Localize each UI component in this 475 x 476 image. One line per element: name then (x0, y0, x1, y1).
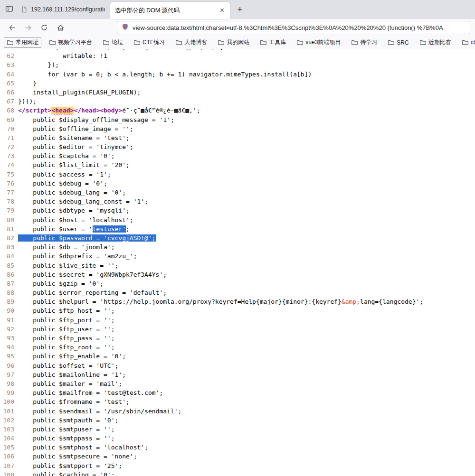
line-number: 75 (0, 170, 17, 179)
firefox-view-icon (5, 5, 13, 15)
code-line: 107 public $smtpport = '25'; (0, 461, 475, 470)
code-text: public $dbprefix = 'am2zu_'; (17, 252, 137, 261)
code-text: })(); (17, 97, 37, 106)
tab-dom-source[interactable]: 选中部分的 DOM 源代码 × (110, 2, 230, 19)
code-segment: public $smtpauth = '0'; (18, 417, 118, 424)
bookmark-item[interactable]: 近期比赛 (417, 37, 454, 48)
close-tab-icon[interactable]: × (219, 7, 225, 14)
code-segment: public $ftp_pass = ''; (18, 335, 115, 342)
code-line: 88 public $error_reporting = 'default'; (0, 288, 475, 297)
line-number: 91 (0, 316, 17, 325)
code-segment: public $gzip = '0'; (18, 280, 104, 287)
address-bar[interactable]: view-source:data:text/html;charset=utf-8… (117, 21, 470, 34)
line-number: 79 (0, 206, 17, 215)
forward-button[interactable] (21, 20, 35, 35)
code-line: 62 writable: !1 (0, 51, 475, 60)
code-text: } (17, 79, 37, 88)
code-line: 86 public $secret = 'gXN9Wbpk7ef3A4Ys'; (0, 270, 475, 279)
code-text: </script><head></head><body>è¯·ç¨▩å€™è®¿… (17, 106, 200, 115)
code-segment: public $ftp_host = ''; (18, 307, 115, 314)
line-number: 98 (0, 379, 17, 388)
home-button[interactable] (53, 20, 67, 35)
code-line: 95 public $ftp_enable = '0'; (0, 352, 475, 361)
tab-bar: 192.168.111.129/configuration.p 选中部分的 DO… (0, 0, 475, 19)
code-text: public $list_limit = '20'; (17, 160, 130, 169)
code-text: for (var b = 0; b < a.length; b += 1) na… (17, 70, 312, 79)
source-code: 61 Object.defineProperty(navigator.mimeT… (0, 49, 475, 476)
line-number: 65 (0, 79, 17, 88)
bookmark-item[interactable]: ctf导航 (459, 37, 475, 48)
bookmark-item[interactable]: 我的网站 (215, 37, 252, 48)
code-segment: } (18, 80, 37, 87)
bookmark-label: 大佬博客 (184, 38, 207, 47)
code-text: public $smtpuser = ''; (17, 425, 115, 434)
folder-icon (133, 39, 141, 46)
line-number: 88 (0, 288, 17, 297)
code-text: public $smtphost = 'localhost'; (17, 443, 148, 452)
code-segment: public $ftp_port = ''; (18, 317, 115, 324)
line-number: 102 (0, 416, 17, 425)
code-segment: public $offline_image = ''; (18, 125, 133, 132)
bookmark-item[interactable]: vue3前端项目 (294, 37, 343, 48)
code-line: 65 } (0, 79, 475, 88)
shield-icon[interactable] (122, 23, 129, 32)
line-number: 104 (0, 434, 17, 443)
code-line: 89 public $helpurl = 'https://help.jooml… (0, 297, 475, 306)
code-text: public $debug_lang = '0'; (17, 188, 126, 197)
code-text: public $offline_image = ''; (17, 124, 133, 133)
line-number: 84 (0, 252, 17, 261)
bookmark-item[interactable]: SRC (385, 37, 411, 47)
line-number: 108 (0, 470, 17, 476)
code-text: public $password = 'cvcvgjASD!@'; (17, 233, 156, 243)
code-text: public $ftp_port = ''; (17, 316, 115, 325)
bookmark-item[interactable]: 论坛 (100, 37, 126, 48)
code-line: 93 public $ftp_pass = ''; (0, 334, 475, 343)
line-number: 64 (0, 70, 17, 79)
code-line: 73 public $captcha = '0'; (0, 151, 475, 160)
code-segment: public $debug_lang = '0'; (18, 189, 126, 196)
line-number: 85 (0, 261, 17, 270)
html-entity: &amp; (342, 298, 360, 305)
line-number: 69 (0, 115, 17, 124)
new-tab-button[interactable]: + (233, 2, 247, 17)
bookmark-item[interactable]: 待学习 (348, 37, 380, 48)
code-text: public $host = 'localhost'; (17, 215, 133, 224)
code-line: 92 public $ftp_user = ''; (0, 325, 475, 334)
bookmark-label: 常用网址 (16, 38, 38, 47)
line-number: 81 (0, 224, 17, 233)
line-number: 97 (0, 370, 17, 379)
bookmark-item[interactable]: 大佬博客 (172, 37, 210, 48)
page-icon (21, 6, 28, 13)
code-segment: public $secret = 'gXN9Wbpk7ef3A4Ys'; (18, 271, 167, 278)
code-line: 71 public $sitename = 'test'; (0, 133, 475, 142)
code-line: 94 public $ftp_root = ''; (0, 343, 475, 352)
code-segment: public $debug = '0'; (18, 180, 107, 187)
code-text: public $access = '1'; (17, 170, 111, 179)
code-text: public $ftp_user = ''; (17, 325, 115, 334)
code-segment: public $caching = '0'; (18, 471, 115, 476)
code-segment: lang={langcode}'; (360, 298, 423, 305)
bookmark-item[interactable]: 工具库 (257, 37, 289, 48)
bookmark-label: CTF练习 (142, 38, 165, 47)
bookmark-item[interactable]: 视频学习平台 (46, 37, 95, 48)
line-number: 78 (0, 197, 17, 206)
bookmark-item[interactable]: 常用网址 (4, 37, 41, 48)
code-segment: public $smtpuser = ''; (18, 426, 115, 433)
line-number: 99 (0, 388, 17, 397)
back-button[interactable] (5, 20, 19, 35)
tab-configuration-page[interactable]: 192.168.111.129/configuration.p (16, 1, 110, 18)
folder-icon (7, 39, 14, 46)
reload-button[interactable] (37, 20, 51, 35)
code-segment: public $captcha = '0'; (18, 152, 115, 159)
code-line: 79 public $dbtype = 'mysqli'; (0, 206, 475, 215)
code-segment: public $smtpport = '25'; (18, 462, 122, 469)
line-number: 96 (0, 361, 17, 370)
code-line: 100 public $fromname = 'test'; (0, 397, 475, 406)
bookmark-label: ctf导航 (471, 38, 475, 47)
code-text: public $ftp_pass = ''; (17, 334, 115, 343)
folder-icon (419, 39, 427, 46)
bookmark-item[interactable]: CTF练习 (131, 37, 168, 48)
line-number: 67 (0, 97, 17, 106)
code-text: public $ftp_enable = '0'; (17, 352, 126, 361)
firefox-view-button[interactable] (2, 2, 16, 17)
